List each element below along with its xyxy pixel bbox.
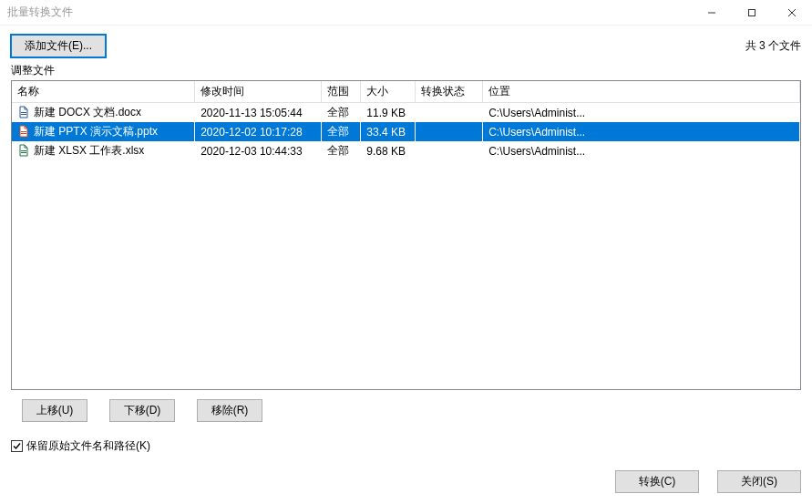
cell-scope: 全部 — [322, 122, 361, 141]
svg-rect-1 — [749, 9, 755, 15]
cell-modified: 2020-12-03 10:44:33 — [195, 141, 322, 160]
cell-name: 新建 DOCX 文档.docx — [12, 103, 195, 123]
remove-button[interactable]: 移除(R) — [197, 399, 262, 422]
file-table-container: 名称 修改时间 范围 大小 转换状态 位置 新建 DOCX 文档.docx202… — [11, 80, 801, 390]
convert-button[interactable]: 转换(C) — [615, 470, 699, 493]
cell-size: 11.9 KB — [361, 103, 416, 123]
col-modified[interactable]: 修改时间 — [195, 81, 322, 103]
window-title: 批量转换文件 — [7, 5, 692, 20]
maximize-button[interactable] — [732, 0, 772, 26]
cell-location: C:\Users\Administ... — [483, 141, 800, 160]
file-count-label: 共 3 个文件 — [745, 38, 801, 54]
keep-original-checkbox[interactable] — [11, 440, 23, 452]
col-name[interactable]: 名称 — [12, 81, 195, 103]
file-icon — [17, 144, 30, 157]
col-scope[interactable]: 范围 — [322, 81, 361, 103]
table-row[interactable]: 新建 PPTX 演示文稿.pptx2020-12-02 10:17:28全部33… — [12, 122, 800, 141]
cell-status — [416, 141, 483, 160]
svg-rect-4 — [21, 112, 26, 113]
cell-name: 新建 XLSX 工作表.xlsx — [12, 141, 195, 160]
table-header-row: 名称 修改时间 范围 大小 转换状态 位置 — [12, 81, 800, 103]
col-status[interactable]: 转换状态 — [416, 81, 483, 103]
close-dialog-button[interactable]: 关闭(S) — [717, 470, 801, 493]
cell-status — [416, 103, 483, 123]
svg-rect-7 — [21, 133, 26, 134]
col-size[interactable]: 大小 — [361, 81, 416, 103]
cell-scope: 全部 — [322, 141, 361, 160]
move-up-button[interactable]: 上移(U) — [22, 399, 87, 422]
move-down-button[interactable]: 下移(D) — [109, 399, 175, 422]
cell-size: 33.4 KB — [361, 122, 416, 141]
file-table[interactable]: 名称 修改时间 范围 大小 转换状态 位置 新建 DOCX 文档.docx202… — [12, 81, 800, 160]
add-file-button[interactable]: 添加文件(E)... — [11, 35, 106, 57]
table-row[interactable]: 新建 DOCX 文档.docx2020-11-13 15:05:44全部11.9… — [12, 103, 800, 123]
cell-size: 9.68 KB — [361, 141, 416, 160]
cell-scope: 全部 — [322, 103, 361, 123]
svg-rect-8 — [21, 150, 26, 151]
svg-rect-5 — [21, 114, 26, 115]
keep-original-label: 保留原始文件名和路径(K) — [26, 438, 150, 454]
cell-modified: 2020-11-13 15:05:44 — [195, 103, 322, 123]
cell-location: C:\Users\Administ... — [483, 122, 800, 141]
file-icon — [17, 125, 30, 138]
minimize-button[interactable] — [692, 0, 732, 26]
cell-modified: 2020-12-02 10:17:28 — [195, 122, 322, 141]
close-button[interactable] — [772, 0, 812, 26]
svg-rect-6 — [21, 131, 26, 132]
cell-name: 新建 PPTX 演示文稿.pptx — [12, 122, 195, 141]
table-row[interactable]: 新建 XLSX 工作表.xlsx2020-12-03 10:44:33全部9.6… — [12, 141, 800, 160]
cell-status — [416, 122, 483, 141]
titlebar: 批量转换文件 — [0, 0, 812, 26]
section-label: 调整文件 — [11, 63, 801, 78]
cell-location: C:\Users\Administ... — [483, 103, 800, 123]
file-icon — [17, 106, 30, 118]
col-location[interactable]: 位置 — [483, 81, 800, 103]
svg-rect-9 — [21, 152, 26, 153]
